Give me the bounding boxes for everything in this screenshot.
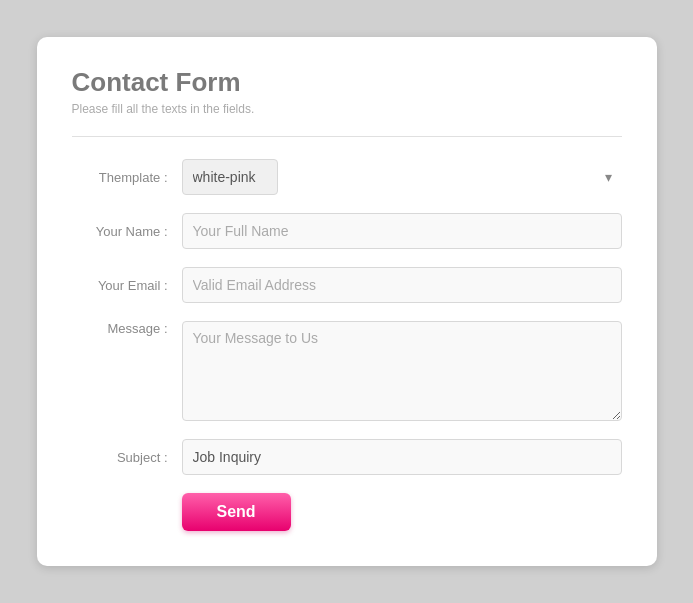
- email-label: Your Email :: [72, 278, 182, 293]
- template-select[interactable]: white-pink white-blue white-green: [182, 159, 278, 195]
- subject-label: Subject :: [72, 450, 182, 465]
- subject-input[interactable]: [182, 439, 622, 475]
- email-row: Your Email :: [72, 267, 622, 303]
- card-title: Contact Form: [72, 67, 622, 98]
- contact-form-card: Contact Form Please fill all the texts i…: [37, 37, 657, 566]
- button-row: Send: [72, 493, 622, 531]
- name-label: Your Name :: [72, 224, 182, 239]
- card-subtitle: Please fill all the texts in the fields.: [72, 102, 622, 116]
- template-row: Themplate : white-pink white-blue white-…: [72, 159, 622, 195]
- name-input[interactable]: [182, 213, 622, 249]
- send-button[interactable]: Send: [182, 493, 291, 531]
- subject-row: Subject :: [72, 439, 622, 475]
- template-label: Themplate :: [72, 170, 182, 185]
- template-select-wrapper: white-pink white-blue white-green: [182, 159, 622, 195]
- divider: [72, 136, 622, 137]
- message-textarea[interactable]: [182, 321, 622, 421]
- name-row: Your Name :: [72, 213, 622, 249]
- email-input[interactable]: [182, 267, 622, 303]
- message-label: Message :: [72, 321, 182, 336]
- message-row: Message :: [72, 321, 622, 421]
